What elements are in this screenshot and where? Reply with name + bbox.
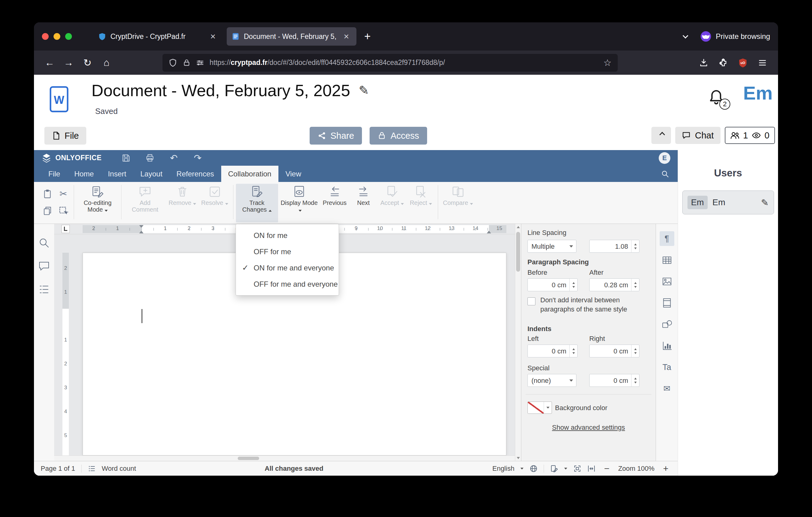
advanced-settings-link[interactable]: Show advanced settings [521, 424, 656, 432]
track-changes-button[interactable]: Track Changes [236, 184, 278, 222]
background-color-caret[interactable] [544, 402, 552, 413]
cut-button[interactable]: ✂ [57, 187, 69, 200]
paragraph-settings-tab[interactable]: ¶ [660, 231, 674, 246]
resolve-button[interactable]: Resolve [199, 184, 230, 222]
home-button[interactable]: ⌂ [98, 55, 115, 71]
zoom-out-button[interactable]: − [602, 463, 612, 474]
background-color-picker[interactable] [527, 402, 552, 414]
lock-icon[interactable] [183, 59, 191, 67]
zoom-level[interactable]: Zoom 100% [618, 465, 655, 472]
scroll-down-button[interactable] [515, 455, 521, 461]
language-label[interactable]: English [492, 465, 514, 472]
word-count-label[interactable]: Word count [102, 465, 136, 472]
fit-page-icon[interactable] [573, 465, 581, 472]
spacing-before-spinner[interactable]: 0 cm [527, 278, 578, 291]
select-all-button[interactable] [57, 205, 69, 217]
tab-collaboration[interactable]: Collaboration [221, 166, 279, 182]
menu-item-off-for-everyone[interactable]: OFF for me and everyone [236, 276, 339, 292]
accept-button[interactable]: Accept [378, 184, 407, 222]
menu-item-off-for-me[interactable]: OFF for me [236, 244, 339, 260]
special-select[interactable]: (none) [527, 374, 576, 387]
search-button[interactable] [652, 166, 678, 182]
rename-pencil-icon[interactable]: ✎ [358, 83, 369, 98]
reject-button[interactable]: Reject [407, 184, 435, 222]
print-button[interactable] [145, 153, 155, 163]
text-art-settings-tab[interactable]: Ta [660, 360, 674, 375]
tab-layout[interactable]: Layout [134, 166, 170, 182]
new-tab-button[interactable]: + [360, 29, 375, 44]
hanging-indent-marker[interactable] [139, 230, 144, 234]
track-changes-toggle-icon[interactable] [550, 465, 558, 472]
user-avatar[interactable]: Em [743, 82, 773, 104]
previous-change-button[interactable]: Previous [320, 184, 349, 222]
comments-icon[interactable] [38, 260, 50, 272]
extensions-button[interactable] [715, 55, 731, 71]
page-indicator[interactable]: Page 1 of 1 [41, 465, 75, 472]
menu-item-on-for-me[interactable]: ON for me [236, 227, 339, 244]
close-window-button[interactable] [42, 33, 49, 40]
first-line-indent-marker[interactable] [139, 225, 144, 228]
minimize-window-button[interactable] [54, 33, 60, 40]
menu-item-on-for-everyone[interactable]: ✓ON for me and everyone [236, 260, 339, 276]
reload-button[interactable]: ↻ [79, 55, 96, 71]
shape-settings-tab[interactable] [660, 317, 674, 332]
forward-button[interactable]: → [60, 55, 77, 71]
v-scrollbar-thumb[interactable] [516, 232, 520, 272]
line-spacing-select[interactable]: Multiple [527, 240, 576, 253]
chat-button[interactable]: Chat [675, 127, 720, 144]
collaborator-avatar[interactable]: E [659, 152, 670, 164]
vertical-scrollbar[interactable] [515, 224, 521, 461]
chart-settings-tab[interactable] [660, 338, 674, 353]
url-bar[interactable]: https://cryptpad.fr/doc/#/3/doc/edit/ff0… [163, 54, 618, 72]
mail-merge-tab[interactable]: ✉ [660, 381, 674, 396]
special-amount-spinner[interactable]: 0 cm [589, 374, 639, 387]
indent-right-spinner[interactable]: 0 cm [589, 345, 639, 357]
close-tab-icon[interactable]: × [208, 31, 218, 42]
right-indent-marker[interactable] [487, 230, 491, 234]
h-scrollbar-thumb[interactable] [238, 457, 259, 460]
bookmark-star-icon[interactable]: ☆ [603, 57, 612, 68]
tab-file[interactable]: File [41, 166, 67, 182]
fit-width-icon[interactable] [587, 465, 596, 472]
tab-cryptdrive[interactable]: CryptDrive - CryptPad.fr × [93, 27, 223, 46]
find-icon[interactable] [38, 237, 50, 249]
site-permissions-icon[interactable] [196, 59, 204, 67]
close-tab-icon[interactable]: × [341, 31, 351, 42]
display-mode-button[interactable]: Display Mode [278, 184, 320, 222]
url-text[interactable]: https://cryptpad.fr/doc/#/3/doc/edit/ff0… [210, 58, 598, 67]
image-settings-tab[interactable] [660, 274, 674, 289]
list-all-tabs-button[interactable] [678, 30, 692, 43]
tab-references[interactable]: References [170, 166, 221, 182]
tab-insert[interactable]: Insert [101, 166, 134, 182]
coediting-mode-button[interactable]: Co-editing Mode [77, 184, 119, 222]
copy-button[interactable] [41, 205, 54, 217]
share-button[interactable]: Share [310, 127, 362, 144]
paste-button[interactable] [41, 187, 54, 200]
remove-button[interactable]: Remove [166, 184, 199, 222]
save-button[interactable] [121, 153, 131, 163]
tracking-protection-shield-icon[interactable] [169, 58, 177, 67]
downloads-button[interactable] [695, 55, 712, 71]
undo-button[interactable]: ↶ [169, 153, 179, 163]
add-comment-button[interactable]: Add Comment [124, 184, 166, 222]
file-button[interactable]: File [45, 127, 86, 144]
collapse-toolbar-button[interactable] [651, 127, 671, 144]
edit-name-pencil-icon[interactable]: ✎ [761, 197, 768, 208]
notifications-bell-button[interactable]: 2 [708, 89, 725, 108]
globe-icon[interactable] [530, 465, 538, 472]
menu-hamburger-button[interactable] [754, 55, 771, 71]
table-settings-tab[interactable] [660, 253, 674, 267]
userlist-button[interactable]: 1 0 [725, 127, 775, 144]
redo-button[interactable]: ↷ [193, 153, 203, 163]
vertical-ruler[interactable]: 21123456 [61, 234, 70, 456]
header-footer-settings-tab[interactable] [660, 296, 674, 310]
scroll-up-button[interactable] [515, 224, 521, 230]
back-button[interactable]: ← [41, 55, 58, 71]
indent-left-spinner[interactable]: 0 cm [527, 345, 578, 357]
tab-view[interactable]: View [279, 166, 309, 182]
zoom-in-button[interactable]: + [661, 463, 671, 474]
next-change-button[interactable]: Next [349, 184, 378, 222]
compare-button[interactable]: Compare [441, 184, 475, 222]
background-color-swatch[interactable] [528, 402, 544, 413]
tab-document[interactable]: Document - Wed, February 5, 2 × [227, 27, 356, 46]
